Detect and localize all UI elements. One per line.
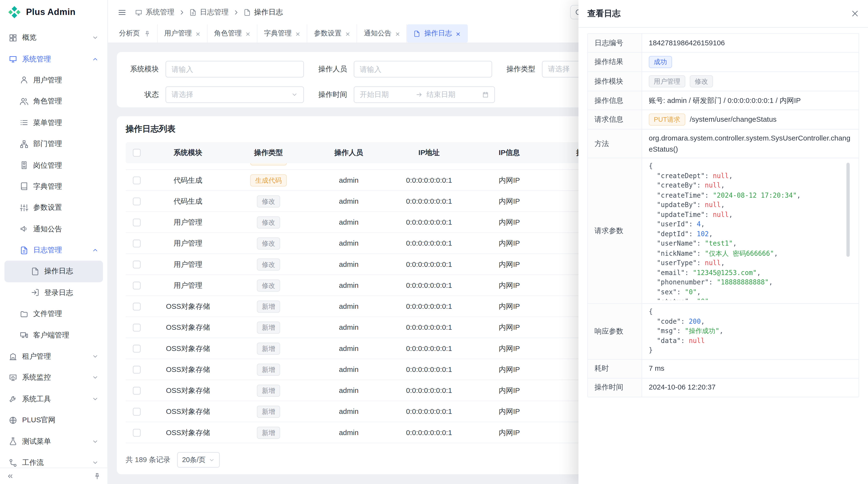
row-checkbox[interactable] bbox=[133, 281, 141, 289]
cell-operator: admin bbox=[309, 218, 389, 226]
dept-icon bbox=[20, 140, 28, 148]
row-checkbox[interactable] bbox=[133, 323, 141, 331]
total-records: 共 189 条记录 bbox=[126, 455, 170, 465]
row-checkbox[interactable] bbox=[133, 428, 141, 436]
flow-icon bbox=[9, 458, 17, 466]
collapse-sidebar-button[interactable] bbox=[7, 473, 14, 480]
breadcrumb-item[interactable]: 日志管理 bbox=[189, 7, 228, 17]
filter-label-status: 状态 bbox=[126, 90, 165, 100]
field-text: /system/user/changeStatus bbox=[690, 114, 777, 125]
client-icon bbox=[20, 331, 28, 339]
sidebar-item-post[interactable]: 岗位管理 bbox=[4, 155, 103, 176]
filter-label-time: 操作时间 bbox=[304, 90, 354, 100]
flask-icon bbox=[9, 437, 17, 445]
sidebar-item-dept[interactable]: 部门管理 bbox=[4, 133, 103, 155]
tab-role[interactable]: 角色管理× bbox=[207, 24, 257, 43]
tab-dict[interactable]: 字典管理× bbox=[257, 24, 307, 43]
sidebar-item-login-log[interactable]: 登录日志 bbox=[4, 282, 103, 303]
status-select[interactable]: 请选择 bbox=[165, 86, 304, 103]
page-size-select[interactable]: 20条/页 bbox=[177, 452, 220, 467]
cell-operation-type: 生成代码 bbox=[228, 174, 309, 186]
field-value: org.dromara.system.controller.system.Sys… bbox=[642, 129, 859, 158]
module-filter-input[interactable] bbox=[165, 61, 304, 77]
row-checkbox[interactable] bbox=[133, 176, 141, 184]
sidebar-item-test[interactable]: 测试菜单 bbox=[4, 431, 103, 452]
sidebar-item-user[interactable]: 用户管理 bbox=[4, 70, 103, 91]
sidebar-item-role[interactable]: 角色管理 bbox=[4, 91, 103, 112]
cell-ip-info: 内网IP bbox=[469, 280, 549, 290]
tab-close-icon[interactable]: × bbox=[396, 30, 400, 37]
sidebar-item-tool[interactable]: 系统工具 bbox=[4, 388, 103, 410]
drawer-title: 查看日志 bbox=[587, 8, 621, 19]
login-icon bbox=[31, 289, 39, 297]
tab-close-icon[interactable]: × bbox=[456, 30, 461, 37]
sidebar-item-operation-log[interactable]: 操作日志 bbox=[4, 261, 103, 282]
close-drawer-button[interactable] bbox=[851, 9, 859, 18]
field-value: PUT请求/system/user/changeStatus bbox=[642, 110, 859, 129]
cell-module: 用户管理 bbox=[148, 217, 228, 227]
sidebar-item-file[interactable]: 文件管理 bbox=[4, 303, 103, 324]
operator-filter-input[interactable] bbox=[354, 61, 492, 77]
cell-operation-type: 新增 bbox=[228, 300, 309, 313]
breadcrumb-item[interactable]: 系统管理 bbox=[135, 7, 174, 17]
monitor-icon bbox=[9, 374, 17, 382]
request-json-code: { "createDept": null, "createBy": null, … bbox=[649, 161, 851, 300]
chevron-down-icon bbox=[209, 457, 215, 463]
pin-sidebar-button[interactable] bbox=[94, 473, 101, 480]
tab-close-icon[interactable]: × bbox=[296, 30, 300, 37]
sidebar-item-monitor[interactable]: 系统监控 bbox=[4, 367, 103, 388]
warning-tag: 生成代码 bbox=[250, 174, 287, 186]
app-logo[interactable]: Plus Admin bbox=[0, 0, 107, 24]
row-checkbox[interactable] bbox=[133, 408, 141, 415]
drawer-descriptions: 日志编号1842781986426159106操作结果成功操作模块用户管理修改操… bbox=[587, 33, 859, 397]
sidebar-item-log[interactable]: 日志管理 bbox=[4, 239, 103, 261]
log-icon bbox=[20, 246, 28, 254]
sidebar-item-site[interactable]: PLUS官网 bbox=[4, 410, 103, 431]
sidebar-item-workflow[interactable]: 工作流 bbox=[4, 452, 103, 467]
cell-ip: 0:0:0:0:0:0:0:1 bbox=[389, 239, 469, 247]
cell-module: OSS对象存储 bbox=[148, 385, 228, 395]
code-scrollbar[interactable] bbox=[846, 163, 850, 257]
tab-analysis[interactable]: 分析页 bbox=[112, 24, 157, 43]
sidebar-item-param[interactable]: 参数设置 bbox=[4, 197, 103, 218]
row-checkbox[interactable] bbox=[133, 365, 141, 373]
row-checkbox[interactable] bbox=[133, 345, 141, 352]
sidebar-item-tenant[interactable]: 租户管理 bbox=[4, 346, 103, 367]
sidebar-item-dict[interactable]: 字典管理 bbox=[4, 176, 103, 197]
sidebar-item-notice[interactable]: 通知公告 bbox=[4, 218, 103, 239]
field-value: 用户管理修改 bbox=[642, 72, 859, 91]
row-checkbox[interactable] bbox=[133, 197, 141, 205]
column-header: IP信息 bbox=[469, 148, 549, 158]
select-all-checkbox[interactable] bbox=[133, 149, 141, 157]
sidebar-item-client[interactable]: 客户端管理 bbox=[4, 324, 103, 346]
row-checkbox[interactable] bbox=[133, 218, 141, 226]
tab-notice[interactable]: 通知公告× bbox=[357, 24, 407, 43]
warning-tag: PUT请求 bbox=[649, 114, 685, 126]
tab-user[interactable]: 用户管理× bbox=[157, 24, 207, 43]
tab-close-icon[interactable]: × bbox=[345, 30, 350, 37]
operation-time-range[interactable]: 开始日期 结束日期 bbox=[354, 86, 495, 103]
row-checkbox[interactable] bbox=[133, 302, 141, 310]
chevron-down-icon bbox=[92, 34, 99, 41]
row-checkbox[interactable] bbox=[133, 260, 141, 268]
sidebar-item-label: 菜单管理 bbox=[33, 118, 62, 128]
tab-close-icon[interactable]: × bbox=[246, 30, 250, 37]
tab-close-icon[interactable]: × bbox=[196, 30, 200, 37]
row-checkbox[interactable] bbox=[133, 239, 141, 247]
cell-module: OSS对象存储 bbox=[148, 344, 228, 353]
breadcrumb-item[interactable]: 操作日志 bbox=[244, 7, 283, 17]
sidebar-item-menu[interactable]: 菜单管理 bbox=[4, 112, 103, 133]
sidebar-item-label: 测试菜单 bbox=[22, 437, 51, 446]
tab-operation-log[interactable]: 操作日志× bbox=[407, 24, 467, 43]
tab-param[interactable]: 参数设置× bbox=[307, 24, 357, 43]
cell-operator: admin bbox=[309, 428, 389, 437]
row-checkbox[interactable] bbox=[133, 387, 141, 394]
cell-operator: admin bbox=[309, 323, 389, 331]
filter-label-type: 操作类型 bbox=[492, 64, 542, 74]
arrow-right-icon bbox=[415, 91, 422, 98]
menu-toggle-button[interactable] bbox=[118, 8, 126, 16]
dashboard-icon bbox=[9, 33, 17, 42]
cell-ip: 0:0:0:0:0:0:0:1 bbox=[389, 197, 469, 205]
sidebar-item-system[interactable]: 系统管理 bbox=[4, 49, 103, 70]
sidebar-item-overview[interactable]: 概览 bbox=[4, 27, 103, 48]
